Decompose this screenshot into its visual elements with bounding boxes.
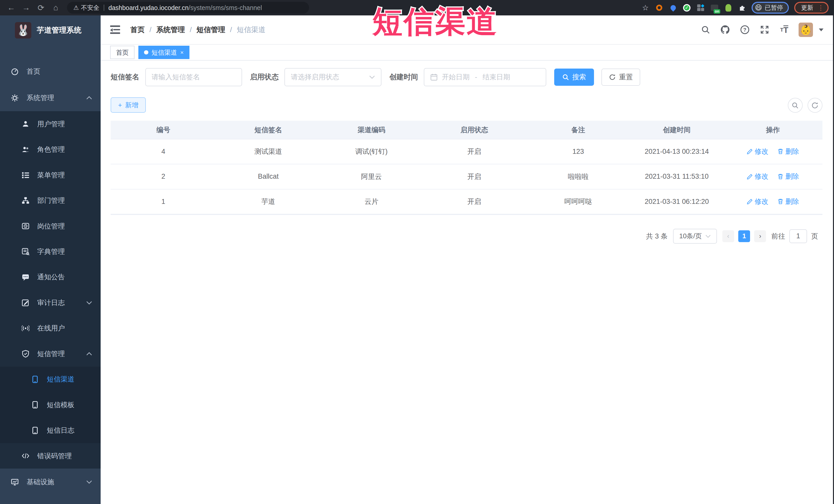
extensions-puzzle-icon[interactable] — [738, 3, 746, 12]
sidebar-item-users[interactable]: 用户管理 — [0, 111, 101, 137]
extension-green-figure-icon[interactable] — [724, 3, 732, 12]
phone-icon — [31, 375, 39, 384]
extension-grid-icon[interactable] — [697, 3, 705, 12]
sidebar-item-sms-channel[interactable]: 短信渠道 — [0, 367, 101, 392]
url-text: dashboard.yudao.iocoder.cn/system/sms/sm… — [108, 4, 262, 12]
refresh-icon — [811, 102, 818, 109]
search-icon — [562, 74, 569, 81]
github-icon[interactable] — [720, 24, 730, 35]
sidebar-item-sms[interactable]: 短信管理 — [0, 341, 101, 366]
sidebar: 🐰 芋道管理系统 首页 系统管理 — [0, 16, 101, 504]
delete-link[interactable]: 删除 — [777, 197, 799, 206]
edit-link[interactable]: 修改 — [747, 172, 769, 181]
caret-down-icon[interactable] — [819, 28, 824, 31]
extension-on-badge-icon[interactable] — [710, 3, 719, 12]
delete-link[interactable]: 删除 — [777, 172, 799, 181]
refresh-button[interactable] — [808, 98, 822, 113]
logo-row[interactable]: 🐰 芋道管理系统 — [0, 16, 101, 45]
address-bar[interactable]: ⚠不安全 dashboard.yudao.iocoder.cn/system/s… — [67, 2, 309, 14]
header-actions: 操作 — [723, 125, 822, 134]
date-range-picker[interactable]: 开始日期 - 结束日期 — [424, 68, 546, 86]
breadcrumb-home[interactable]: 首页 — [130, 25, 145, 35]
system-submenu: 用户管理 角色管理 菜单管理 — [0, 111, 101, 468]
reload-icon[interactable]: ⟳ — [35, 2, 47, 14]
header-sign: 短信签名 — [216, 125, 321, 134]
kebab-menu-icon[interactable]: ⋮ — [817, 4, 824, 12]
forward-icon[interactable]: → — [20, 2, 32, 14]
goto-page-input[interactable] — [789, 229, 807, 243]
home-icon[interactable]: ⌂ — [50, 2, 62, 14]
back-icon[interactable]: ← — [5, 2, 17, 14]
page-number-1[interactable]: 1 — [738, 230, 750, 242]
monitor-icon — [10, 478, 19, 486]
sidebar-menu: 首页 系统管理 用户管理 — [0, 45, 101, 495]
online-user-icon — [21, 324, 30, 332]
sign-input[interactable] — [145, 68, 242, 86]
goto-group: 前往 页 — [771, 229, 818, 243]
search-icon — [791, 102, 799, 109]
sidebar-item-sms-log[interactable]: 短信日志 — [0, 417, 101, 443]
reset-button[interactable]: 重置 — [601, 69, 640, 86]
profile-label: 已暂停 — [765, 4, 783, 12]
sidebar-item-home[interactable]: 首页 — [0, 58, 101, 85]
font-size-icon[interactable]: TT — [779, 24, 789, 35]
next-page-button[interactable]: › — [754, 230, 766, 242]
sidebar-item-departments[interactable]: 部门管理 — [0, 188, 101, 213]
chevron-down-icon — [705, 235, 711, 238]
page-content: 短信签名 启用状态 请选择启用状态 创建时间 — [101, 61, 833, 504]
prev-page-button[interactable]: ‹ — [722, 230, 734, 242]
phone-icon — [31, 426, 39, 435]
status-select[interactable]: 请选择启用状态 — [284, 68, 381, 86]
end-date-placeholder: 结束日期 — [483, 72, 510, 82]
fullscreen-icon[interactable] — [759, 24, 770, 35]
delete-link[interactable]: 删除 — [777, 147, 799, 156]
sidebar-item-dict[interactable]: 字典管理 — [0, 239, 101, 264]
sidebar-item-online-users[interactable]: 在线用户 — [0, 315, 101, 341]
sidebar-item-audit-log[interactable]: 审计日志 — [0, 290, 101, 315]
bookmark-star-icon[interactable]: ☆ — [641, 3, 650, 12]
extension-orange-ring-icon[interactable] — [655, 3, 663, 12]
extension-blue-pin-icon[interactable] — [669, 3, 677, 12]
tag-sms-channel[interactable]: 短信渠道 × — [138, 46, 190, 59]
close-icon[interactable]: × — [180, 49, 183, 56]
sidebar-item-menus[interactable]: 菜单管理 — [0, 162, 101, 188]
add-button[interactable]: + 新增 — [111, 97, 146, 113]
data-table: 编号 短信签名 渠道编码 启用状态 备注 创建时间 操作 4 测试渠道 调试(钉… — [111, 121, 822, 215]
help-icon[interactable]: ? — [740, 24, 750, 35]
refresh-icon — [609, 74, 616, 81]
start-date-placeholder: 开始日期 — [442, 72, 470, 82]
search-icon[interactable] — [700, 24, 711, 35]
main-area: 首页 / 系统管理 / 短信管理 / 短信渠道 ? — [101, 16, 834, 504]
security-warning[interactable]: ⚠不安全 — [73, 4, 99, 12]
table-tools — [788, 98, 822, 113]
edit-link[interactable]: 修改 — [747, 197, 769, 206]
page-size-select[interactable]: 10条/页 — [673, 229, 717, 244]
tag-home[interactable]: 首页 — [110, 46, 134, 59]
profile-chip[interactable]: 😄 已暂停 — [752, 2, 789, 14]
search-toggle-button[interactable] — [788, 98, 803, 113]
avatar[interactable]: 👶 — [798, 23, 813, 37]
navbar-actions: ? TT 👶 — [700, 23, 824, 37]
sidebar-item-system[interactable]: 系统管理 — [0, 85, 101, 111]
extension-green-check-icon[interactable]: ✓ — [683, 3, 691, 12]
sidebar-item-infrastructure[interactable]: 基础设施 — [0, 468, 101, 495]
breadcrumb-system[interactable]: 系统管理 — [156, 25, 185, 35]
sign-input-field[interactable] — [151, 73, 236, 81]
sidebar-item-error-code[interactable]: 错误码管理 — [0, 443, 101, 468]
edit-link[interactable]: 修改 — [747, 147, 769, 156]
time-label: 创建时间 — [389, 72, 418, 82]
sign-label: 短信签名 — [111, 72, 139, 82]
annotation-title: 短信渠道 — [372, 2, 498, 43]
logo-image: 🐰 — [15, 22, 31, 39]
sidebar-item-roles[interactable]: 角色管理 — [0, 137, 101, 162]
sidebar-item-notice[interactable]: 通知公告 — [0, 264, 101, 290]
user-icon — [21, 119, 30, 128]
sidebar-item-posts[interactable]: 岗位管理 — [0, 213, 101, 239]
sidebar-item-sms-template[interactable]: 短信模板 — [0, 392, 101, 417]
update-button[interactable]: 更新 ⋮ — [794, 2, 829, 14]
code-icon — [21, 452, 30, 460]
search-button[interactable]: 搜索 — [554, 69, 594, 86]
breadcrumb-sms[interactable]: 短信管理 — [197, 25, 225, 35]
chevron-down-icon — [86, 301, 92, 305]
sidebar-toggle-icon[interactable] — [110, 25, 120, 34]
